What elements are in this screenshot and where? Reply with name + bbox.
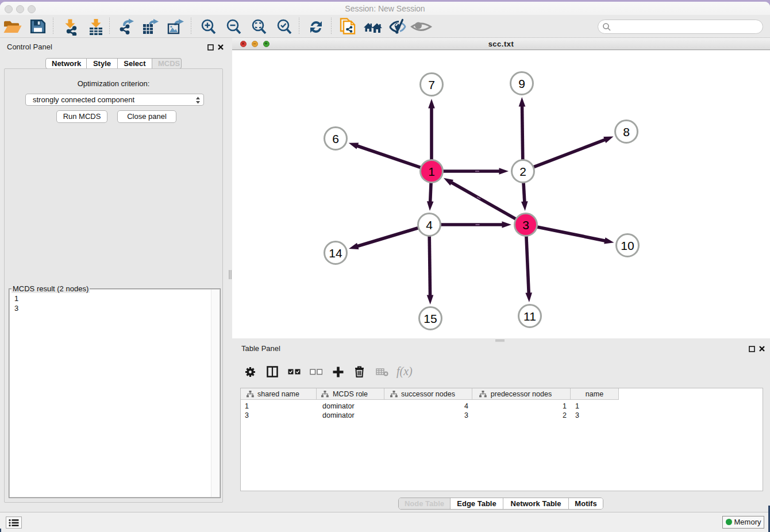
svg-text:4: 4 [426, 218, 433, 232]
svg-text:9: 9 [518, 77, 525, 90]
svg-text:15: 15 [424, 312, 437, 325]
svg-text:7: 7 [428, 78, 435, 91]
svg-text:8: 8 [623, 125, 630, 138]
svg-text:14: 14 [329, 246, 342, 260]
svg-text:3: 3 [522, 218, 529, 232]
svg-text:6: 6 [332, 132, 339, 145]
svg-text:11: 11 [523, 310, 536, 323]
svg-text:10: 10 [621, 239, 634, 252]
svg-text:1: 1 [428, 165, 435, 178]
svg-text:2: 2 [519, 165, 526, 178]
